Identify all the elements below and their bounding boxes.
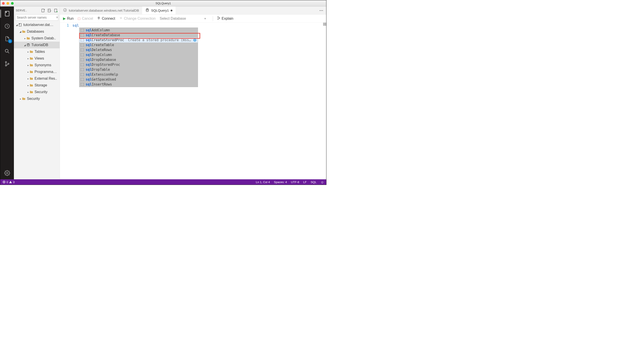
tree-tutorialdb[interactable]: ◢ TutorialDB	[14, 42, 60, 48]
completion-item[interactable]: sqlDeleteRows	[79, 48, 198, 52]
server-tree: ◢ tutorialserver.dat… ◢ Databases ▸ Syst…	[14, 22, 60, 179]
problems-button[interactable]: 0 0	[3, 180, 15, 184]
new-connection-icon[interactable]	[41, 8, 45, 12]
select-database-dropdown[interactable]: Select Database ▼	[160, 16, 208, 20]
change-connection-button[interactable]: Change Connection	[119, 16, 156, 20]
svg-point-18	[321, 10, 322, 11]
indent-setting[interactable]: Spaces: 4	[274, 180, 287, 184]
tree-programmability[interactable]: ▸ Programma…	[14, 68, 60, 75]
completion-item[interactable]: sqlDropColumn	[79, 52, 198, 57]
tree-synonyms[interactable]: ▸ Synonyms	[14, 62, 60, 68]
completion-item[interactable]: sqlCreateDatabase	[79, 33, 198, 38]
database-icon	[27, 43, 30, 47]
folder-icon	[30, 84, 33, 87]
cancel-label: Cancel	[82, 16, 93, 20]
clear-search-icon[interactable]: ×	[56, 16, 58, 20]
tab-label: SQLQuery1	[151, 8, 169, 12]
explain-button[interactable]: Explain	[217, 16, 233, 20]
code-area[interactable]: sql sqlAddColumnsqlCreateDatabasesqlCrea…	[72, 22, 326, 179]
completion-description: Create a stored procedure (mssq…	[128, 38, 191, 42]
completion-item[interactable]: sqlCreateTable	[79, 42, 198, 48]
server-search-input[interactable]	[17, 16, 56, 19]
activity-source-control[interactable]	[4, 60, 11, 68]
language-mode[interactable]: SQL	[311, 180, 317, 184]
chevron-down-icon: ▼	[204, 17, 206, 20]
tab-sqlquery[interactable]: SQLQuery1	[142, 6, 175, 14]
explorer-badge: 1	[8, 39, 12, 43]
explain-icon	[217, 16, 221, 20]
tree-item-label: Databases	[27, 30, 44, 34]
completion-label: sqlDropColumn	[86, 52, 112, 57]
editor-scrollbar-thumb[interactable]	[323, 22, 326, 26]
completion-label: sqlDeleteRows	[86, 48, 112, 52]
dashboard-icon	[63, 8, 67, 13]
snippet-icon	[81, 39, 84, 42]
svg-point-6	[8, 63, 9, 64]
tab-label: tutorialserver.database.windows.net:Tuto…	[69, 8, 139, 12]
encoding-setting[interactable]: UTF-8	[291, 180, 299, 184]
tree-server-security[interactable]: ▸ Security	[14, 95, 60, 102]
plug-icon	[97, 16, 100, 20]
server-status-icon[interactable]	[54, 8, 58, 12]
completion-item[interactable]: sqlCreateStoredProcCreate a stored proce…	[79, 38, 198, 42]
tree-item-label: Security	[35, 90, 48, 94]
run-button[interactable]: ▶ Run	[63, 16, 74, 20]
line-number: 1	[60, 23, 69, 28]
error-icon	[3, 180, 6, 184]
server-search[interactable]: ×	[15, 14, 58, 20]
activity-tasks[interactable]	[4, 22, 11, 30]
activity-settings[interactable]	[4, 170, 11, 177]
select-database-label: Select Database	[160, 16, 186, 20]
warning-icon	[9, 180, 12, 184]
folder-icon	[22, 30, 26, 33]
feedback-button[interactable]: ☺	[321, 180, 324, 184]
cursor-position[interactable]: Ln 1, Col 4	[256, 180, 270, 184]
editor-body[interactable]: 1 sql sqlAddColumnsqlCreateDatabasesqlCr…	[60, 22, 326, 179]
window-titlebar: SQLQuery1	[0, 0, 326, 6]
tree-server-item[interactable]: ◢ tutorialserver.dat…	[14, 22, 60, 28]
connect-button[interactable]: Connect	[97, 16, 115, 20]
new-group-icon[interactable]	[48, 8, 52, 12]
servers-panel: SERVE.. × ◢ tutorialserver.dat… ◢ Databa…	[14, 6, 60, 179]
tree-tables[interactable]: ▸ Tables	[14, 48, 60, 55]
completion-item[interactable]: sqlDropDatabase	[79, 57, 198, 62]
completion-item[interactable]: sqlInsertRows	[79, 82, 198, 87]
eol-setting[interactable]: LF	[303, 180, 306, 184]
completion-item[interactable]: sqlGetSpaceUsed	[79, 77, 198, 82]
completion-label: sqlExtensionHelp	[86, 72, 118, 77]
activity-servers[interactable]	[4, 10, 11, 17]
more-actions-button[interactable]	[316, 6, 326, 14]
svg-point-14	[27, 44, 30, 44]
run-label: Run	[67, 16, 74, 20]
toolbar-divider	[213, 16, 213, 21]
svg-point-4	[5, 62, 6, 63]
tree-item-label: Storage	[35, 83, 47, 87]
completion-label: sqlCreateTable	[86, 42, 114, 48]
completion-item[interactable]: sqlExtensionHelp	[79, 72, 198, 77]
completion-label: sqlCreateStoredProc	[86, 38, 124, 42]
activity-explorer[interactable]: 1	[4, 35, 11, 42]
completion-label: sqlCreateDatabase	[86, 33, 120, 38]
typed-text: sql	[72, 23, 79, 28]
completion-item[interactable]: sqlDropStoredProc	[79, 62, 198, 67]
main-layout: 1 SERVE.. × ◢ tut	[0, 6, 326, 179]
snippet-icon	[81, 83, 84, 86]
activity-search[interactable]	[4, 48, 11, 55]
tab-dashboard[interactable]: tutorialserver.database.windows.net:Tuto…	[60, 6, 142, 14]
svg-point-21	[218, 19, 218, 20]
tree-external-resources[interactable]: ▸ External Res..	[14, 75, 60, 82]
tree-db-security[interactable]: ▸ Security	[14, 89, 60, 95]
snippet-icon	[81, 48, 84, 51]
completion-item[interactable]: sqlDropTable	[79, 67, 198, 72]
tree-item-label: Programma…	[35, 70, 57, 74]
tree-item-label: External Res..	[35, 76, 57, 80]
tree-databases[interactable]: ◢ Databases	[14, 28, 60, 35]
tree-storage[interactable]: ▸ Storage	[14, 82, 60, 89]
svg-rect-10	[55, 9, 57, 12]
info-icon[interactable]: i	[193, 38, 196, 42]
editor-region: tutorialserver.database.windows.net:Tuto…	[60, 6, 326, 179]
cancel-button[interactable]: ◻ Cancel	[78, 16, 93, 20]
tree-system-databases[interactable]: ▸ System Datab..	[14, 35, 60, 42]
completion-item[interactable]: sqlAddColumn	[79, 28, 198, 33]
tree-views[interactable]: ▸ Views	[14, 55, 60, 62]
